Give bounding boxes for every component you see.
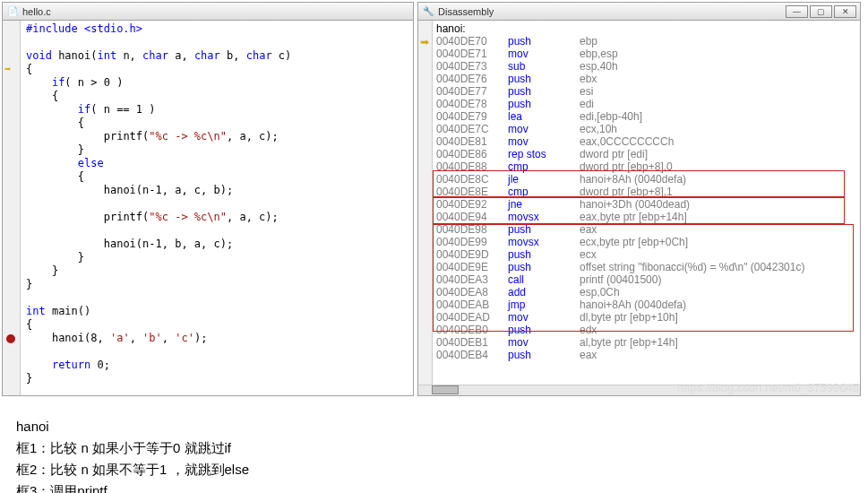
disasm-op: push (508, 73, 580, 85)
disasm-op: jle (508, 173, 580, 186)
disasm-op: mov (508, 336, 580, 349)
disasm-row[interactable]: 0040DE9Dpushecx (436, 248, 856, 261)
disasm-addr: 0040DEB0 (436, 324, 508, 336)
disasm-addr: 0040DEAB (436, 298, 508, 311)
source-filename: hello.c (22, 6, 51, 17)
disasm-arg: edi,[ebp-40h] (580, 110, 856, 123)
disasm-arg: eax,0CCCCCCCCh (580, 135, 856, 148)
disasm-row[interactable]: 0040DE8Cjlehanoi+8Ah (0040defa) (436, 173, 856, 186)
disasm-addr: 0040DE73 (436, 60, 508, 73)
disasm-op: movsx (508, 236, 580, 248)
disasm-row[interactable]: 0040DE86rep stosdword ptr [edi] (436, 148, 856, 160)
disasm-op: mov (508, 135, 580, 148)
watermark: https://blog.csdn.net/m0_37599645 (677, 381, 859, 394)
disasm-op: sub (508, 60, 580, 73)
disasm-gutter[interactable]: ➡ (418, 21, 433, 385)
disasm-arg: al,byte ptr [ebp+14h] (580, 336, 856, 349)
note-line: 框3：调用printf (16, 480, 852, 493)
disasm-arg: eax,byte ptr [ebp+14h] (580, 211, 856, 223)
disasm-row[interactable]: 0040DE71movebp,esp (436, 48, 856, 60)
source-panel: 📄 hello.c ➡ #include <stdio.h> void hano… (2, 2, 414, 396)
disasm-op: movsx (508, 211, 580, 223)
source-gutter[interactable]: ➡ (3, 21, 21, 395)
disasm-arg: eax (580, 223, 856, 236)
include-line: #include <stdio.h> (26, 22, 142, 35)
disasm-op: push (508, 349, 580, 361)
disasm-row[interactable]: 0040DE73subesp,40h (436, 60, 856, 73)
disasm-title: Disassembly (438, 6, 494, 17)
disasm-op: push (508, 98, 580, 110)
disasm-row[interactable]: 0040DEADmovdl,byte ptr [ebp+10h] (436, 311, 856, 324)
disasm-op: cmp (508, 186, 580, 198)
scroll-thumb[interactable] (432, 385, 459, 394)
disasm-row[interactable]: 0040DEA8addesp,0Ch (436, 286, 856, 298)
disasm-addr: 0040DE99 (436, 236, 508, 248)
disasm-addr: 0040DE76 (436, 73, 508, 85)
disasm-op: mov (508, 311, 580, 324)
disasm-row[interactable]: 0040DE78pushedi (436, 98, 856, 110)
disasm-row[interactable]: 0040DEB0pushedx (436, 324, 856, 336)
disasm-addr: 0040DE98 (436, 223, 508, 236)
source-titlebar: 📄 hello.c (3, 3, 413, 21)
disasm-addr: 0040DE94 (436, 211, 508, 223)
note-line: 框1：比较 n 如果小于等于0 就跳过if (16, 437, 852, 459)
close-button[interactable]: ✕ (834, 5, 856, 18)
disasm-arg: ebp (580, 35, 856, 48)
disasm-op: rep stos (508, 148, 580, 160)
source-code[interactable]: #include <stdio.h> void hanoi(int n, cha… (21, 21, 296, 395)
disasm-op: jmp (508, 298, 580, 311)
disasm-row[interactable]: 0040DEABjmphanoi+8Ah (0040defa) (436, 298, 856, 311)
exec-arrow-icon: ➡ (4, 63, 11, 75)
disasm-arg: eax (580, 349, 856, 361)
minimize-button[interactable]: — (786, 5, 808, 18)
disasm-addr: 0040DE70 (436, 35, 508, 48)
disassembly-panel: 🔧 Disassembly — ▢ ✕ ➡ hanoi: 0040DE70pus… (417, 2, 861, 396)
disasm-addr: 0040DEA3 (436, 273, 508, 286)
disasm-content[interactable]: hanoi: 0040DE70pushebp0040DE71movebp,esp… (433, 21, 860, 385)
disasm-arg: offset string "fibonacci(%d) = %d\n" (00… (580, 261, 856, 273)
disasm-row[interactable]: 0040DE70pushebp (436, 35, 856, 48)
disasm-op: add (508, 286, 580, 298)
breakpoint-icon[interactable] (6, 334, 15, 343)
disasm-row[interactable]: 0040DE99movsxecx,byte ptr [ebp+0Ch] (436, 236, 856, 248)
disasm-op: mov (508, 48, 580, 60)
disasm-row[interactable]: 0040DE9Epushoffset string "fibonacci(%d)… (436, 261, 856, 273)
disasm-arg: dword ptr [ebp+8],1 (580, 186, 856, 198)
annotation-notes: hanoi 框1：比较 n 如果小于等于0 就跳过if 框2：比较 n 如果不等… (0, 398, 868, 493)
disasm-titlebar: 🔧 Disassembly — ▢ ✕ (418, 3, 860, 21)
disasm-addr: 0040DE9D (436, 248, 508, 261)
disasm-addr: 0040DEB1 (436, 336, 508, 349)
disasm-addr: 0040DE86 (436, 148, 508, 160)
disasm-arg: ecx,byte ptr [ebp+0Ch] (580, 236, 856, 248)
disasm-op: cmp (508, 160, 580, 173)
disasm-row[interactable]: 0040DE98pusheax (436, 223, 856, 236)
disasm-row[interactable]: 0040DE81moveax,0CCCCCCCCh (436, 135, 856, 148)
disasm-row[interactable]: 0040DEB4pusheax (436, 349, 856, 361)
disasm-addr: 0040DE81 (436, 135, 508, 148)
disasm-row[interactable]: 0040DEB1moval,byte ptr [ebp+14h] (436, 336, 856, 349)
disasm-row[interactable]: 0040DE7Cmovecx,10h (436, 123, 856, 135)
disasm-row[interactable]: 0040DE94movsxeax,byte ptr [ebp+14h] (436, 211, 856, 223)
disasm-arg: hanoi+8Ah (0040defa) (580, 173, 856, 186)
maximize-button[interactable]: ▢ (810, 5, 832, 18)
disasm-arg: dl,byte ptr [ebp+10h] (580, 311, 856, 324)
disasm-op: mov (508, 123, 580, 135)
disasm-arg: ebp,esp (580, 48, 856, 60)
disasm-row[interactable]: 0040DEA3callprintf (00401500) (436, 273, 856, 286)
disasm-row[interactable]: 0040DE8Ecmpdword ptr [ebp+8],1 (436, 186, 856, 198)
disasm-row[interactable]: 0040DE79leaedi,[ebp-40h] (436, 110, 856, 123)
disasm-op: push (508, 248, 580, 261)
disasm-arg: edx (580, 324, 856, 336)
disasm-row[interactable]: 0040DE92jnehanoi+3Dh (0040dead) (436, 198, 856, 211)
note-line: 框2：比较 n 如果不等于1 ，就跳到else (16, 459, 852, 480)
disasm-addr: 0040DE78 (436, 98, 508, 110)
disasm-row[interactable]: 0040DE77pushesi (436, 85, 856, 98)
disasm-op: call (508, 273, 580, 286)
disasm-row[interactable]: 0040DE76pushebx (436, 73, 856, 85)
disasm-op: push (508, 85, 580, 98)
disasm-addr: 0040DEAD (436, 311, 508, 324)
disasm-op: push (508, 261, 580, 273)
disasm-addr: 0040DE92 (436, 198, 508, 211)
disasm-row[interactable]: 0040DE88cmpdword ptr [ebp+8],0 (436, 160, 856, 173)
disasm-op: lea (508, 110, 580, 123)
